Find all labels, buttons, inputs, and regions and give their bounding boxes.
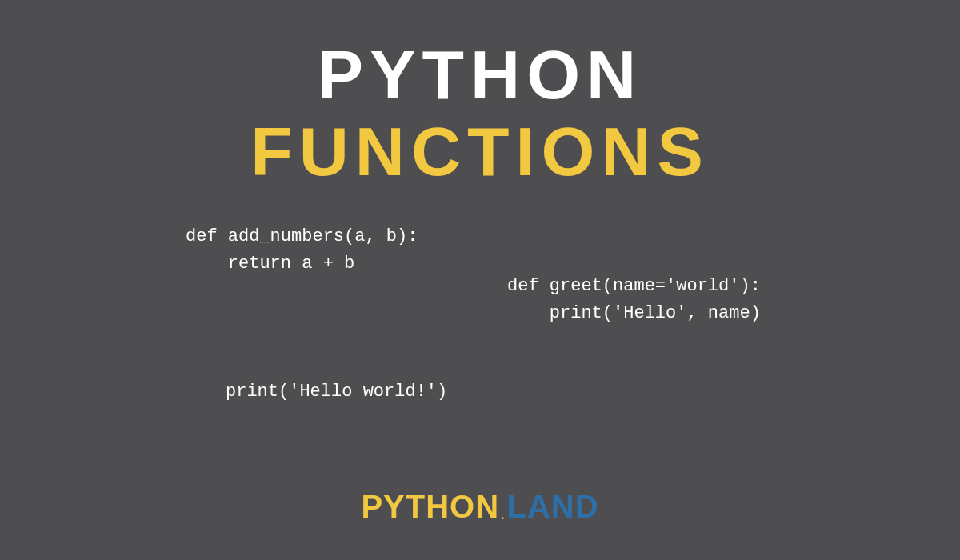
logo-part-land: LAND (507, 489, 599, 525)
code-snippet-print-hello: print('Hello world!') (226, 378, 447, 406)
title-line-1: PYTHON (0, 38, 960, 110)
code-area: def add_numbers(a, b): return a + b def … (0, 215, 960, 447)
code-snippet-greet: def greet(name='world'): print('Hello', … (507, 273, 761, 327)
logo-part-python: PYTHON (361, 489, 499, 525)
title-line-2: FUNCTIONS (0, 115, 960, 187)
code-snippet-add-numbers: def add_numbers(a, b): return a + b (186, 223, 418, 278)
title-block: PYTHON FUNCTIONS (0, 0, 960, 188)
logo-dot: . (501, 508, 505, 522)
logo-python-land: PYTHON . LAND (361, 489, 598, 525)
